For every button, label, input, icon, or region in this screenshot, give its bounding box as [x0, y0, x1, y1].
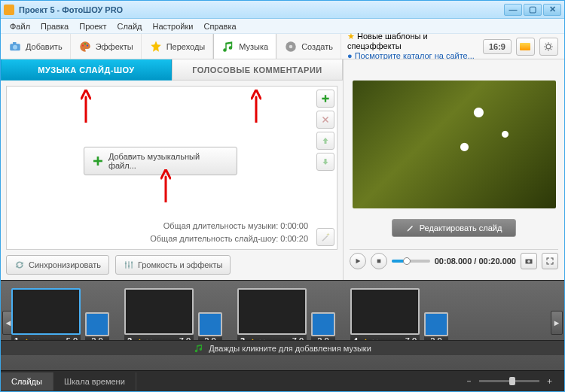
stop-icon [376, 258, 382, 264]
sliders-icon [124, 260, 134, 270]
sync-button[interactable]: Синхронизировать [6, 255, 109, 275]
volume-effects-button[interactable]: Громкость и эффекты [115, 255, 231, 275]
palette-icon [78, 40, 92, 53]
edit-slide-button[interactable]: Редактировать слайд [392, 219, 517, 237]
music-duration: Общая длительность музыки: 0:00:00 [150, 220, 308, 232]
tab-timeline[interactable]: Шкала времени [53, 372, 136, 390]
svg-point-4 [84, 43, 86, 44]
tab-slideshow-music[interactable]: МУЗЫКА СЛАЙД-ШОУ [1, 59, 172, 81]
add-label: Добавить [26, 42, 63, 51]
menu-help[interactable]: Справка [199, 20, 240, 32]
menu-slide[interactable]: Слайд [112, 20, 146, 32]
maximize-button[interactable]: ▢ [524, 4, 542, 16]
menu-project[interactable]: Проект [75, 20, 111, 32]
promo-block: ★Новые шаблоны и спецэффекты ●Посмотрите… [347, 32, 478, 62]
camera-icon [524, 257, 533, 266]
remove-track-button[interactable] [316, 111, 334, 129]
toolbar-right: ★Новые шаблоны и спецэффекты ●Посмотрите… [341, 34, 564, 59]
tab-slides[interactable]: Слайды [1, 372, 53, 390]
edit-slide-label: Редактировать слайд [420, 223, 502, 232]
svg-point-16 [527, 260, 530, 263]
timeline-footer: Слайды Шкала времени － ＋ [1, 370, 564, 391]
effects-button[interactable]: Эффекты [71, 34, 142, 59]
stop-button[interactable] [371, 253, 387, 269]
slide-thumb[interactable]: 1 5.0 [11, 288, 81, 347]
sync-icon [14, 260, 25, 270]
seek-slider[interactable] [392, 260, 430, 263]
music-track-row[interactable]: Дважды кликните для добавления музыки [1, 340, 564, 355]
plus-icon [320, 93, 331, 104]
slide-thumb[interactable]: 4 7.0 [350, 288, 420, 347]
show-duration: Общая длительность слайд-шоу: 0:00:20 [150, 232, 308, 245]
duration-info: Общая длительность музыки: 0:00:00 Общая… [150, 220, 308, 245]
seek-thumb[interactable] [403, 257, 411, 265]
app-window: Проект 5 - ФотоШОУ PRO — ▢ ✕ Файл Правка… [0, 0, 565, 392]
slide-thumb[interactable]: 3 7.0 [237, 288, 307, 347]
snapshot-button[interactable] [521, 253, 537, 269]
music-tab[interactable]: Музыка [213, 34, 276, 59]
wand-icon [320, 232, 331, 242]
fullscreen-button[interactable] [542, 253, 558, 269]
zoom-in-icon[interactable]: ＋ [545, 375, 554, 387]
zoom-control: － ＋ [454, 375, 564, 387]
music-list-area[interactable]: Добавить музыкальный файл... Общая длите… [7, 87, 314, 249]
app-icon [4, 5, 14, 15]
add-track-button[interactable] [316, 90, 334, 108]
svg-point-5 [87, 44, 88, 46]
fullscreen-icon [545, 257, 554, 266]
music-hint: Дважды кликните для добавления музыки [209, 344, 371, 353]
swatch-icon [520, 43, 530, 50]
svg-point-8 [547, 44, 551, 49]
preview-canvas[interactable] [353, 81, 556, 208]
zoom-out-icon[interactable]: － [465, 375, 473, 387]
svg-point-3 [82, 44, 84, 46]
theme-button[interactable] [516, 38, 535, 56]
annotation-arrow [251, 90, 261, 123]
arrow-up-icon [321, 136, 330, 145]
svg-point-12 [128, 266, 130, 267]
menu-file[interactable]: Файл [5, 20, 35, 32]
music-icon [221, 40, 235, 53]
star-bullet-icon: ★ [347, 32, 355, 41]
svg-rect-10 [93, 160, 102, 163]
menu-edit[interactable]: Правка [36, 20, 73, 32]
transitions-label: Переходы [166, 42, 206, 51]
move-up-button[interactable] [316, 132, 334, 150]
zoom-slider[interactable] [479, 380, 539, 382]
create-button[interactable]: Создать [276, 34, 341, 59]
main-area: МУЗЫКА СЛАЙД-ШОУ ГОЛОСОВЫЕ КОММЕНТАРИИ Д… [1, 59, 564, 280]
svg-point-1 [13, 44, 17, 49]
menu-settings[interactable]: Настройки [148, 20, 198, 32]
svg-point-11 [125, 263, 127, 264]
aspect-ratio-button[interactable]: 16:9 [483, 39, 512, 54]
playback-controls: 00:08.000 / 00:20.000 [350, 249, 558, 272]
timeline-slides: 1 5.0 2.0 2 7.0 [11, 288, 554, 347]
svg-rect-2 [13, 42, 17, 44]
toolbar: Добавить Эффекты Переходы Музыка Создать… [1, 34, 564, 59]
star-icon [149, 40, 163, 53]
magic-button[interactable] [316, 228, 334, 246]
music-label: Музыка [239, 42, 268, 51]
camera-icon [8, 40, 22, 53]
create-label: Создать [301, 42, 333, 51]
time-display: 00:08.000 / 00:20.000 [435, 257, 516, 266]
svg-point-7 [289, 44, 293, 48]
x-icon [321, 115, 330, 124]
minimize-button[interactable]: — [504, 4, 522, 16]
transitions-button[interactable]: Переходы [142, 34, 214, 59]
settings-button[interactable] [539, 38, 558, 56]
tab-voice-comments[interactable]: ГОЛОСОВЫЕ КОММЕНТАРИИ [172, 59, 343, 81]
promo-text: Новые шаблоны и спецэффекты [347, 32, 428, 50]
music-note-icon [194, 343, 204, 354]
window-title: Проект 5 - ФотоШОУ PRO [19, 5, 123, 14]
preview-panel: Редактировать слайд 00:08.000 / 00:20.00… [344, 59, 564, 280]
add-music-file-button[interactable]: Добавить музыкальный файл... [84, 147, 237, 175]
slide-thumb[interactable]: 2 7.0 [124, 288, 194, 347]
sync-label: Синхронизировать [29, 260, 101, 269]
music-panel: МУЗЫКА СЛАЙД-ШОУ ГОЛОСОВЫЕ КОММЕНТАРИИ Д… [1, 59, 344, 280]
close-button[interactable]: ✕ [543, 4, 561, 16]
play-button[interactable] [350, 253, 366, 269]
disc-icon [284, 40, 298, 53]
add-button[interactable]: Добавить [1, 34, 71, 59]
move-down-button[interactable] [316, 153, 334, 171]
